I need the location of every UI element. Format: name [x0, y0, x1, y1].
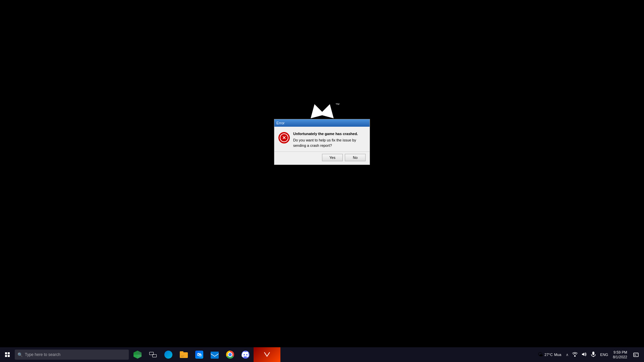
taskbar-app-task-view[interactable] [146, 347, 160, 362]
system-tray: 🌤 27°C Mua ∧ [533, 347, 644, 362]
game-thumbnail [264, 352, 270, 358]
tray-expand-button[interactable]: ∧ [565, 353, 569, 357]
svg-rect-6 [634, 355, 636, 355]
dialog-title: Error [276, 121, 284, 125]
file-explorer-icon [180, 351, 188, 358]
windows-logo-icon [5, 352, 10, 357]
edge-icon [164, 351, 172, 359]
svg-rect-3 [592, 352, 594, 355]
svg-rect-7 [634, 355, 636, 356]
taskbar-search[interactable]: 🔍 Type here to search [15, 350, 129, 360]
error-dialog: Error ✕ Unfortunately the game has crash… [274, 119, 370, 165]
dialog-message: Unfortunately the game has crashed. Do y… [293, 131, 366, 148]
error-icon-inner: ✕ [280, 133, 288, 142]
no-button[interactable]: No [345, 154, 366, 161]
yes-button[interactable]: Yes [322, 154, 343, 161]
svg-rect-4 [593, 356, 594, 357]
notification-center-button[interactable] [631, 347, 641, 362]
logo-triangles: TM [309, 104, 335, 117]
dialog-body: ✕ Unfortunately the game has crashed. Do… [274, 127, 370, 152]
dialog-titlebar: Error [274, 119, 370, 127]
location: Mua [554, 353, 561, 357]
taskbar-app-file-explorer[interactable] [176, 347, 191, 362]
taskbar-app-store[interactable]: 🛍 [192, 347, 207, 362]
mail-icon [211, 352, 219, 358]
volume-icon[interactable] [581, 352, 588, 358]
taskbar-app-mail[interactable] [207, 347, 222, 362]
taskbar-app-game[interactable] [254, 347, 280, 362]
svg-rect-0 [211, 353, 219, 359]
logo-triangle-right [319, 102, 337, 118]
weather-icon: 🌤 [538, 352, 543, 358]
dialog-message-line2: Do you want to help us fix the issue by … [293, 138, 366, 148]
discord-icon [241, 351, 250, 359]
dialog-message-line1: Unfortunately the game has crashed. [293, 131, 366, 136]
desktop-background [0, 0, 644, 347]
search-icon: 🔍 [17, 352, 23, 357]
language-selector[interactable]: ENG [599, 353, 609, 357]
search-placeholder-text: Type here to search [25, 352, 60, 357]
weather-widget[interactable]: 🌤 27°C Mua [536, 352, 563, 358]
system-clock[interactable]: 9:59 PM 8/1/2022 [611, 350, 629, 360]
chrome-icon [226, 351, 234, 359]
taskbar-app-discord[interactable] [238, 347, 253, 362]
start-button[interactable] [0, 347, 15, 362]
taskbar-app-chrome[interactable] [223, 347, 237, 362]
clock-time: 9:59 PM [613, 350, 627, 355]
taskbar: 🔍 Type here to search [0, 347, 644, 362]
taskbar-apps: 🛍 [129, 347, 533, 362]
task-view-icon [149, 352, 157, 357]
error-icon: ✕ [278, 132, 290, 143]
dialog-button-row: Yes No [274, 152, 370, 165]
speaker-mic-icon[interactable] [590, 352, 597, 358]
clock-date: 8/1/2022 [613, 355, 627, 359]
network-icon[interactable] [571, 352, 579, 358]
taskbar-app-edge[interactable] [161, 347, 176, 362]
taskbar-app-windows-security[interactable] [130, 347, 145, 362]
svg-rect-2 [574, 355, 576, 357]
trademark-symbol: TM [335, 103, 339, 106]
store-icon: 🛍 [195, 351, 203, 359]
windows-security-icon [133, 351, 142, 359]
temperature: 27°C [544, 353, 553, 357]
